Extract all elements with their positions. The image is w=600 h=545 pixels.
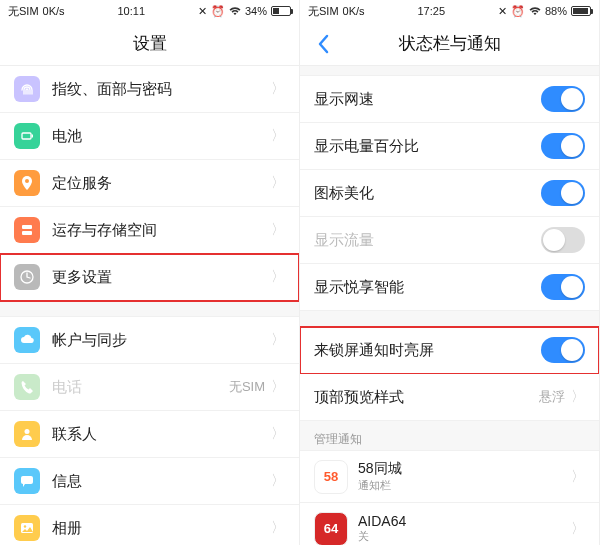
- storage-icon: [14, 217, 40, 243]
- alarm-icon: ⏰: [511, 5, 525, 18]
- row-label: 帐户与同步: [52, 331, 271, 350]
- row-label: 信息: [52, 472, 271, 491]
- settings-row[interactable]: 定位服务〉: [0, 160, 299, 207]
- settings-row[interactable]: 联系人〉: [0, 411, 299, 458]
- toggle-row: 来锁屏通知时亮屏: [300, 327, 599, 374]
- chevron-right-icon: 〉: [571, 468, 585, 486]
- toggle-switch[interactable]: [541, 133, 585, 159]
- toggle-switch[interactable]: [541, 86, 585, 112]
- chevron-right-icon: 〉: [271, 221, 285, 239]
- app-sub: 通知栏: [358, 478, 402, 493]
- row-label: 显示网速: [314, 90, 541, 109]
- settings-row[interactable]: 电池〉: [0, 113, 299, 160]
- page-title: 设置: [133, 32, 167, 55]
- chevron-right-icon: 〉: [271, 127, 285, 145]
- toggle-switch[interactable]: [541, 227, 585, 253]
- row-label: 显示电量百分比: [314, 137, 541, 156]
- chevron-right-icon: 〉: [271, 472, 285, 490]
- sim-status: 无SIM: [308, 4, 339, 19]
- chevron-right-icon: 〉: [571, 520, 585, 538]
- app-name: AIDA64: [358, 513, 406, 529]
- fingerprint-icon: [14, 76, 40, 102]
- alarm-icon: ⏰: [211, 5, 225, 18]
- section-gap: [300, 311, 599, 327]
- chevron-right-icon: 〉: [271, 174, 285, 192]
- row-label: 更多设置: [52, 268, 271, 287]
- row-label: 显示悦享智能: [314, 278, 541, 297]
- row-label: 图标美化: [314, 184, 541, 203]
- toggle-switch[interactable]: [541, 274, 585, 300]
- nav-bar: 设置: [0, 22, 299, 66]
- cloud-icon: [14, 327, 40, 353]
- app-notification-row[interactable]: 64AIDA64关〉: [300, 503, 599, 545]
- svg-rect-7: [21, 476, 33, 484]
- wifi-icon: [529, 6, 541, 16]
- app-icon: 64: [314, 512, 348, 546]
- svg-point-2: [25, 179, 29, 183]
- chevron-right-icon: 〉: [571, 388, 585, 406]
- net-speed: 0K/s: [343, 5, 365, 17]
- section-gap: [0, 301, 299, 317]
- toggle-switch[interactable]: [541, 337, 585, 363]
- album-icon: [14, 515, 40, 541]
- back-button[interactable]: [308, 22, 338, 66]
- toggle-row: 显示悦享智能: [300, 264, 599, 311]
- settings-row[interactable]: 帐户与同步〉: [0, 317, 299, 364]
- settings-row[interactable]: 更多设置〉: [0, 254, 299, 301]
- row-label: 顶部预览样式: [314, 388, 539, 407]
- settings-row[interactable]: 相册〉: [0, 505, 299, 545]
- settings-row[interactable]: 电话无SIM〉: [0, 364, 299, 411]
- section-header: 管理通知: [300, 421, 599, 451]
- notification-settings-list: 显示网速显示电量百分比图标美化显示流量显示悦享智能 来锁屏通知时亮屏 顶部预览样…: [300, 66, 599, 545]
- chevron-right-icon: 〉: [271, 425, 285, 443]
- chevron-right-icon: 〉: [271, 268, 285, 286]
- contacts-icon: [14, 421, 40, 447]
- clock: 17:25: [418, 5, 446, 17]
- row-label: 来锁屏通知时亮屏: [314, 341, 541, 360]
- preview-style-row[interactable]: 顶部预览样式悬浮〉: [300, 374, 599, 421]
- toggle-row: 图标美化: [300, 170, 599, 217]
- clock: 10:11: [118, 5, 146, 17]
- settings-list: 指纹、面部与密码〉电池〉定位服务〉运存与存储空间〉更多设置〉 帐户与同步〉电话无…: [0, 66, 299, 545]
- nav-bar: 状态栏与通知: [300, 22, 599, 66]
- page-title: 状态栏与通知: [399, 32, 501, 55]
- more-icon: [14, 264, 40, 290]
- svg-rect-3: [22, 225, 32, 229]
- toggle-switch[interactable]: [541, 180, 585, 206]
- svg-rect-4: [22, 231, 32, 235]
- chevron-right-icon: 〉: [271, 378, 285, 396]
- battery-pct: 88%: [545, 5, 567, 17]
- app-sub: 关: [358, 529, 406, 544]
- settings-row[interactable]: 指纹、面部与密码〉: [0, 66, 299, 113]
- section-gap: [300, 66, 599, 76]
- app-icon: 58: [314, 460, 348, 494]
- settings-row[interactable]: 信息〉: [0, 458, 299, 505]
- row-label: 相册: [52, 519, 271, 538]
- svg-rect-1: [32, 135, 34, 138]
- dnd-icon: ✕: [498, 5, 507, 18]
- battery-icon: [271, 6, 291, 16]
- row-label: 显示流量: [314, 231, 541, 250]
- chevron-right-icon: 〉: [271, 331, 285, 349]
- row-label: 联系人: [52, 425, 271, 444]
- dnd-icon: ✕: [198, 5, 207, 18]
- messages-icon: [14, 468, 40, 494]
- battery-pct: 34%: [245, 5, 267, 17]
- row-label: 电池: [52, 127, 271, 146]
- location-icon: [14, 170, 40, 196]
- right-screen: 无SIM 0K/s 17:25 ✕ ⏰ 88% 状态栏与通知 显示网速显示电量百…: [300, 0, 600, 545]
- settings-row[interactable]: 运存与存储空间〉: [0, 207, 299, 254]
- toggle-row: 显示网速: [300, 76, 599, 123]
- svg-point-9: [24, 525, 26, 527]
- chevron-right-icon: 〉: [271, 519, 285, 537]
- app-notification-row[interactable]: 5858同城通知栏〉: [300, 451, 599, 503]
- svg-rect-0: [22, 133, 31, 139]
- left-screen: 无SIM 0K/s 10:11 ✕ ⏰ 34% 设置 指纹、面部与密码〉电池〉定…: [0, 0, 300, 545]
- toggle-row: 显示电量百分比: [300, 123, 599, 170]
- row-label: 电话: [52, 378, 229, 397]
- battery-icon: [571, 6, 591, 16]
- sim-status: 无SIM: [8, 4, 39, 19]
- status-bar: 无SIM 0K/s 10:11 ✕ ⏰ 34%: [0, 0, 299, 22]
- row-label: 运存与存储空间: [52, 221, 271, 240]
- app-name: 58同城: [358, 460, 402, 478]
